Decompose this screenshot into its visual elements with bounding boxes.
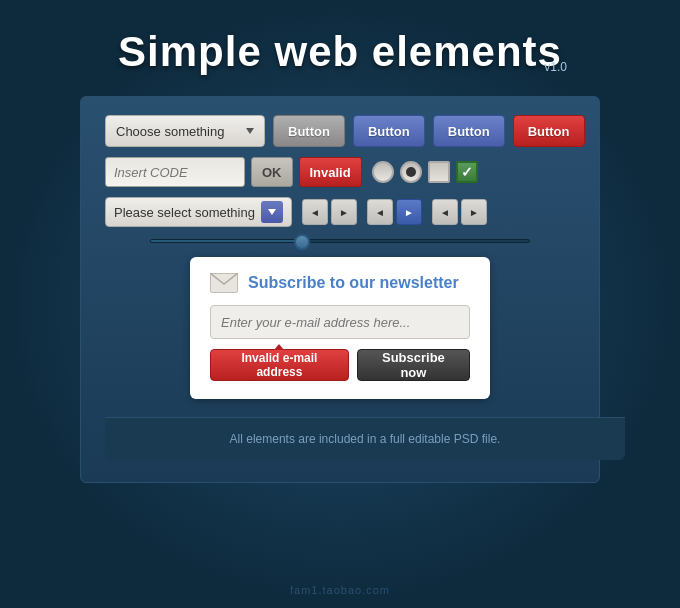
media-group-2: ◄ ► (367, 199, 422, 225)
newsletter-header: Subscribe to our newsletter (210, 273, 470, 293)
slider-track (150, 239, 530, 243)
media-next-1[interactable]: ► (331, 199, 357, 225)
select-dropdown[interactable]: Please select something (105, 197, 292, 227)
media-group-3: ◄ ► (432, 199, 487, 225)
newsletter-title-static: Subscribe to our (248, 274, 380, 291)
select-arrow-icon (261, 201, 283, 223)
media-prev-1[interactable]: ◄ (302, 199, 328, 225)
invalid-button[interactable]: Invalid (299, 157, 362, 187)
media-prev-3[interactable]: ◄ (432, 199, 458, 225)
subscribe-button[interactable]: Subscribe now (357, 349, 470, 381)
email-input[interactable] (210, 305, 470, 339)
radio-filled-dot (406, 167, 416, 177)
main-title: Simple web elements (118, 28, 562, 76)
dropdown-arrow-icon (246, 128, 254, 134)
media-next-2-blue[interactable]: ► (396, 199, 422, 225)
media-next-3[interactable]: ► (461, 199, 487, 225)
newsletter-buttons: Invalid e-mail address Subscribe now (210, 349, 470, 381)
ok-button[interactable]: OK (251, 157, 293, 187)
checkbox-checked[interactable]: ✓ (456, 161, 478, 183)
slider-row (105, 239, 575, 243)
newsletter-title-highlight: newsletter (380, 274, 459, 291)
row-buttons: Choose something Button Button Button Bu… (105, 115, 575, 147)
arrow-triangle (268, 209, 276, 215)
btn-blue2[interactable]: Button (433, 115, 505, 147)
watermark: fam1.taobao.com (290, 584, 390, 596)
slider-thumb[interactable] (294, 234, 310, 250)
select-label: Please select something (114, 205, 255, 220)
row-select: Please select something ◄ ► ◄ ► ◄ ► (105, 197, 575, 227)
newsletter-box: Subscribe to our newsletter Invalid e-ma… (190, 257, 490, 399)
code-input[interactable] (105, 157, 245, 187)
btn-blue1[interactable]: Button (353, 115, 425, 147)
footer-text: All elements are included in a full edit… (119, 432, 611, 446)
row-input: OK Invalid ✓ (105, 157, 575, 187)
invalid-email-button[interactable]: Invalid e-mail address (210, 349, 349, 381)
controls-group: ✓ (372, 161, 478, 183)
title-area: Simple web elements v1.0 (118, 28, 562, 76)
radio-checked[interactable] (400, 161, 422, 183)
media-prev-2[interactable]: ◄ (367, 199, 393, 225)
choose-dropdown[interactable]: Choose something (105, 115, 265, 147)
radio-unchecked[interactable] (372, 161, 394, 183)
envelope-icon (210, 273, 238, 293)
btn-red[interactable]: Button (513, 115, 585, 147)
media-group-1: ◄ ► (302, 199, 357, 225)
btn-gray[interactable]: Button (273, 115, 345, 147)
main-panel: Choose something Button Button Button Bu… (80, 96, 600, 483)
slider-filled (151, 240, 302, 242)
checkmark-icon: ✓ (461, 164, 473, 180)
footer-area: All elements are included in a full edit… (105, 417, 625, 460)
newsletter-title: Subscribe to our newsletter (248, 274, 459, 292)
checkbox-unchecked[interactable] (428, 161, 450, 183)
version-label: v1.0 (544, 60, 567, 74)
dropdown-label: Choose something (116, 124, 224, 139)
